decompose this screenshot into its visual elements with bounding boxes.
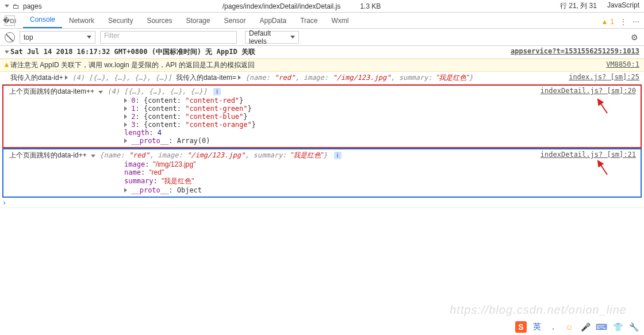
ime-emoji-icon[interactable]: ☺ [564,321,575,333]
context-dropdown[interactable]: top [20,31,95,44]
annotation-arrow-icon [596,159,610,176]
source-link[interactable]: indexDetail.js? [sm]:21 [540,151,636,159]
key: summary [399,74,428,82]
log-entry: 我传入的data-id+ (4) [{…}, {…}, {…}, {…}] 我传… [0,72,644,84]
source-link[interactable]: indexDetail.js? [sm]:20 [540,87,636,95]
expand-icon[interactable] [65,75,68,80]
key: name [103,151,120,159]
tab-network[interactable]: Network [62,13,101,28]
tab-wxml[interactable]: Wxml [324,13,355,28]
key: __proto__ [131,137,168,145]
warning-icon: ▲ [5,60,10,68]
tab-console[interactable]: Console [23,12,62,28]
source-link[interactable]: VM8850:1 [606,60,639,68]
warning-text: 请注意无 AppID 关联下，调用 wx.login 是受限的，API 的返回是… [10,60,255,70]
console-log-area: Sat Jul 14 2018 16:17:32 GMT+0800 (中国标准时… [0,46,644,208]
clear-console-icon[interactable] [5,32,15,43]
more-icon[interactable]: ⋯ [632,18,639,26]
value: Object [177,186,202,194]
ime-punct-icon[interactable]: ， [547,321,559,333]
cursor-position: 行 21, 列 31 [560,1,597,11]
highlight-box-blue: 上个页面跳转的data-id++ {name: "red", image: "/… [2,148,642,198]
log-header-row: Sat Jul 14 2018 16:17:32 GMT+0800 (中国标准时… [0,46,644,59]
console-prompt[interactable]: › [0,198,644,208]
warning-icon: ▲ [601,18,608,26]
chevron-right-icon: › [2,199,6,207]
ime-logo-icon[interactable]: S [515,321,527,333]
array-item: 2: {content: "content-blue"} [9,113,637,121]
warning-badge[interactable]: ▲ 1 [601,18,614,26]
brace: { [246,74,250,82]
file-language: JavaScript [607,1,639,11]
object-property: image: "/img/123.jpg" [9,160,637,168]
expand-icon[interactable] [124,106,127,111]
key: summary [254,151,283,159]
info-icon[interactable]: i [334,152,342,159]
log-text: 我传入的data-item= [176,74,238,82]
array-preview: (4) [{…}, {…}, {…}, {…}] [108,87,207,95]
expand-icon[interactable] [124,114,127,119]
ime-voice-icon[interactable]: 🎤 [580,321,591,333]
value: "red" [274,74,295,82]
value: "/img/123.jpg" [187,151,245,159]
brace: } [323,151,327,159]
key: length [124,129,149,137]
value: "我是红色" [436,74,469,82]
array-preview: (4) [{…}, {…}, {…}, {…}] [72,74,171,82]
array-item: 0: {content: "content-red"} [9,97,637,105]
log-header-text: Sat Jul 14 2018 16:17:32 GMT+0800 (中国标准时… [10,47,255,57]
collapse-icon[interactable] [98,91,103,94]
kebab-icon[interactable]: ⋮ [620,18,627,26]
expand-icon[interactable] [124,188,127,192]
tab-sources[interactable]: Sources [140,13,179,28]
value: Array(0) [177,137,210,145]
gear-icon[interactable]: ⚙ [631,33,638,42]
expand-icon[interactable] [124,98,127,103]
file-size: 1.3 KB [360,2,381,10]
brace: } [469,74,473,82]
dock-icon[interactable]: �םı [5,16,15,26]
source-link[interactable]: appservice?t=1531556251259:1013 [511,47,639,55]
chevron-down-icon [290,36,295,38]
filter-input[interactable]: Filter [100,31,237,44]
tree-item-pages[interactable]: 🗀 pages [5,2,42,10]
log-text: 上个页面跳转的data-id++ [9,151,87,159]
watermark: https://blog.csdn.net/onion_line [450,303,627,317]
ime-keyboard-icon[interactable]: ⌨ [596,321,607,333]
warning-count: 1 [610,18,614,26]
key: name [250,74,266,82]
expand-icon[interactable] [238,75,241,80]
folder-icon: 🗀 [13,2,20,10]
file-info-bar: 🗀 pages /pages/index/indexDetail/indexDe… [0,0,644,13]
array-item: 3: {content: "content-orange"} [9,121,637,129]
key: __proto__ [131,186,168,194]
info-icon[interactable]: i [213,88,221,95]
chevron-down-icon [5,5,9,7]
value: "red" [129,151,150,159]
expand-icon[interactable] [5,47,10,55]
expand-icon[interactable] [124,138,127,143]
tab-trace[interactable]: Trace [293,13,324,28]
key: image [304,74,324,82]
ime-toolbar: S 英 ， ☺ 🎤 ⌨ 👕 🔧 [511,319,644,335]
tab-appdata[interactable]: AppData [253,13,294,28]
tab-security[interactable]: Security [101,13,140,28]
tab-storage[interactable]: Storage [179,13,217,28]
log-text: 上个页面跳转的data-item++ [9,87,94,95]
console-toolbar: top Filter Default levels ⚙ [0,29,644,46]
array-item: 1: {content: "content-green"} [9,105,637,113]
collapse-icon[interactable] [91,155,95,157]
level-label: Default levels [249,29,288,45]
context-label: top [24,33,33,41]
expand-icon[interactable] [124,122,127,127]
ime-skin-icon[interactable]: 👕 [612,321,623,333]
tab-sensor[interactable]: Sensor [217,13,252,28]
level-dropdown[interactable]: Default levels [245,31,299,44]
source-link[interactable]: index.js? [sm]:25 [569,73,639,81]
object-property: name: "red" [9,168,637,176]
ime-lang-toggle[interactable]: 英 [531,321,543,333]
log-text: 我传入的data-id+ [10,74,65,82]
svg-line-1 [598,161,607,175]
highlight-box-red: 上个页面跳转的data-item++ (4) [{…}, {…}, {…}, {… [2,84,642,148]
ime-settings-icon[interactable]: 🔧 [628,321,639,333]
